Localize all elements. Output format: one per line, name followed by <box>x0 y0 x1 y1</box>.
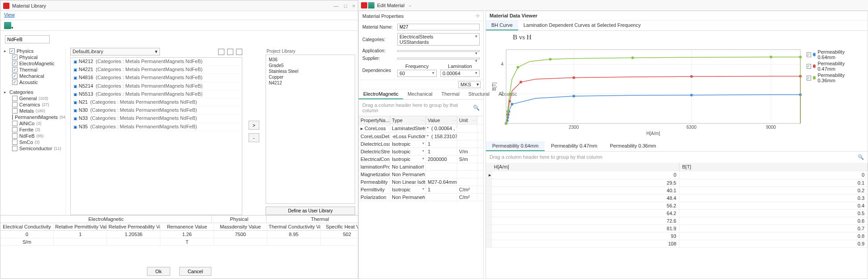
list-item[interactable]: ▣ N35 (Categories : Metals PermanentMagn… <box>71 123 242 131</box>
list-item[interactable]: M36 <box>268 57 353 63</box>
maximize-button[interactable]: □ <box>344 3 347 8</box>
search-icon[interactable]: 🔍 <box>858 154 864 160</box>
list-item[interactable]: ▣ N30 (Categories : Metals PermanentMagn… <box>71 106 242 114</box>
tree-label[interactable]: Semiconductor <box>19 146 52 151</box>
tree-label[interactable]: PermanentMagnets <box>15 114 58 120</box>
supplier-select[interactable] <box>397 58 480 59</box>
list-item[interactable]: ▣ N33 (Categories : Metals PermanentMagn… <box>71 114 242 123</box>
physics-label[interactable]: Physics <box>17 48 34 54</box>
table-row[interactable]: 56.20.4 <box>486 202 868 210</box>
tree-label[interactable]: ElectroMagnetic <box>19 61 55 66</box>
checkbox[interactable] <box>12 146 17 151</box>
bh-data-table[interactable]: H[A/m] B[T] ▸0029.50.140.10.248.40.356.2… <box>486 163 868 279</box>
tab[interactable]: BH Curve <box>486 21 518 30</box>
define-user-library-button[interactable]: Define as User Library <box>266 207 355 215</box>
list-item[interactable]: ▣ N4212 (Categories : Metals PermanentMa… <box>71 58 242 66</box>
search-input[interactable] <box>5 35 50 43</box>
list-item[interactable]: Copper <box>268 74 353 80</box>
menu-view[interactable]: View <box>4 12 15 17</box>
checkbox[interactable] <box>12 108 17 114</box>
categories-label[interactable]: Categories <box>9 89 33 95</box>
list-item[interactable]: ▣ N5214 (Categories : Metals PermanentMa… <box>71 82 242 90</box>
table-row[interactable]: 930.8 <box>486 232 868 240</box>
list-item[interactable]: ▣ N5513 (Categories : Metals PermanentMa… <box>71 90 242 98</box>
checkbox[interactable] <box>12 102 17 107</box>
checkbox[interactable]: ✓ <box>807 52 811 57</box>
tree-label[interactable]: AlNiCo <box>19 121 34 126</box>
search-icon[interactable]: 🔍 <box>473 105 480 111</box>
project-list[interactable]: M36Grade5Stainless SteelCopperN4212 <box>266 55 355 204</box>
tree-label[interactable]: General <box>19 96 37 101</box>
tree-label[interactable]: Acoustic <box>19 80 38 85</box>
checkbox[interactable]: ✓ <box>12 55 17 60</box>
table-row[interactable]: 1080.9 <box>486 240 868 248</box>
list-item[interactable]: N4212 <box>268 80 353 86</box>
application-select[interactable] <box>397 50 480 52</box>
pin-icon[interactable]: ⊹ <box>476 13 480 19</box>
tree-label[interactable]: Thermal <box>19 67 37 72</box>
checkbox[interactable] <box>12 140 17 145</box>
checkbox[interactable] <box>12 121 17 126</box>
tree-label[interactable]: Physical <box>19 55 38 60</box>
list-item[interactable]: ▣ N4221 (Categories : Metals PermanentMa… <box>71 66 242 74</box>
table-row[interactable]: 72.60.6 <box>486 217 868 225</box>
checkbox[interactable]: ✓ <box>807 76 811 80</box>
lamination-select[interactable]: 0.00064 <box>440 70 480 77</box>
tree-label[interactable]: NdFeB <box>19 133 34 139</box>
grid-view-icon[interactable] <box>227 49 233 55</box>
table-row[interactable]: ▸00 <box>486 171 868 179</box>
table-row[interactable]: 81.90.7 <box>486 225 868 232</box>
list-view-icon[interactable] <box>218 49 224 55</box>
table-row[interactable]: laminationPro...No Lamination <box>359 163 483 171</box>
checkbox[interactable]: ✓ <box>12 61 17 66</box>
table-row[interactable]: 29.50.1 <box>486 179 868 187</box>
table-row[interactable]: 48.40.3 <box>486 194 868 202</box>
checkbox[interactable]: ✓ <box>12 80 17 85</box>
material-list[interactable]: ▣ N4212 (Categories : Metals PermanentMa… <box>70 57 242 215</box>
table-row[interactable]: ElectricalCond...Isotropic2000000S/m <box>359 156 483 163</box>
frequency-select[interactable]: 60 <box>397 70 437 77</box>
table-row[interactable]: CoreLossDetails·eLoss Function( 158.2310… <box>359 133 483 140</box>
tab[interactable]: Permeability 0.64mm <box>486 141 545 151</box>
add-button[interactable]: > <box>249 121 259 130</box>
table-row[interactable]: 40.10.2 <box>486 187 868 194</box>
cancel-button[interactable]: Cancel <box>179 267 211 276</box>
checkbox[interactable] <box>12 96 17 101</box>
list-item[interactable]: Grade5 <box>268 63 353 68</box>
categories-select[interactable]: ElectricalSteels USStandards <box>397 33 480 46</box>
table-row[interactable]: DielectricStren...Isotropic1V/m <box>359 148 483 156</box>
tab-thermal[interactable]: Thermal <box>437 89 464 99</box>
units-select[interactable]: MKS <box>458 81 481 88</box>
material-name-input[interactable] <box>397 24 480 30</box>
library-select[interactable]: DefaultLibrary▾ <box>70 48 160 55</box>
checkbox[interactable] <box>12 114 13 120</box>
checkbox[interactable]: ✓ <box>12 73 17 79</box>
table-row[interactable]: 64.20.5 <box>486 210 868 217</box>
checkbox[interactable] <box>12 127 17 132</box>
tree-label[interactable]: Ferrite <box>19 127 34 132</box>
tab[interactable]: Lamination Dependent Curves at Selected … <box>518 21 646 30</box>
checkbox[interactable]: ✓ <box>12 67 17 72</box>
tree-label[interactable]: Ceramics <box>19 102 40 107</box>
tab[interactable]: Permeability 0.36mm <box>604 141 662 151</box>
tile-view-icon[interactable] <box>236 49 242 55</box>
checkbox[interactable]: ✓ <box>807 64 811 69</box>
cube-icon[interactable] <box>4 22 11 29</box>
table-row[interactable]: PolarizationNon PermanenC/m² <box>359 194 483 201</box>
table-row[interactable]: PermittivityIsotropic1C/m² <box>359 186 483 194</box>
ok-button[interactable]: Ok <box>147 267 170 276</box>
table-row[interactable]: MagnetizationNon Permanen <box>359 171 483 178</box>
list-item[interactable]: ▣ N21 (Categories : Metals PermanentMagn… <box>71 98 242 106</box>
table-row[interactable]: PermeabilityNon Linear IsotM27-0.64mm -6… <box>359 178 483 186</box>
checkbox[interactable] <box>12 133 17 139</box>
table-row[interactable]: ▸ CoreLossLaminatedSteel( 0.00064 , 7650… <box>359 125 483 133</box>
close-button[interactable]: × <box>352 3 355 8</box>
minimize-button[interactable]: — <box>334 3 339 8</box>
tab[interactable]: Permeability 0.47mm <box>545 141 603 151</box>
remove-button[interactable]: - <box>249 133 259 142</box>
tree-label[interactable]: Metals <box>19 108 34 114</box>
list-item[interactable]: Stainless Steel <box>268 68 353 74</box>
property-grid[interactable]: PropertyNa... Type Value Unit ▸ CoreLoss… <box>359 116 483 279</box>
tree-label[interactable]: Mechanical <box>19 73 44 79</box>
tab-electromagnetic[interactable]: ElectroMagnetic <box>359 89 403 99</box>
